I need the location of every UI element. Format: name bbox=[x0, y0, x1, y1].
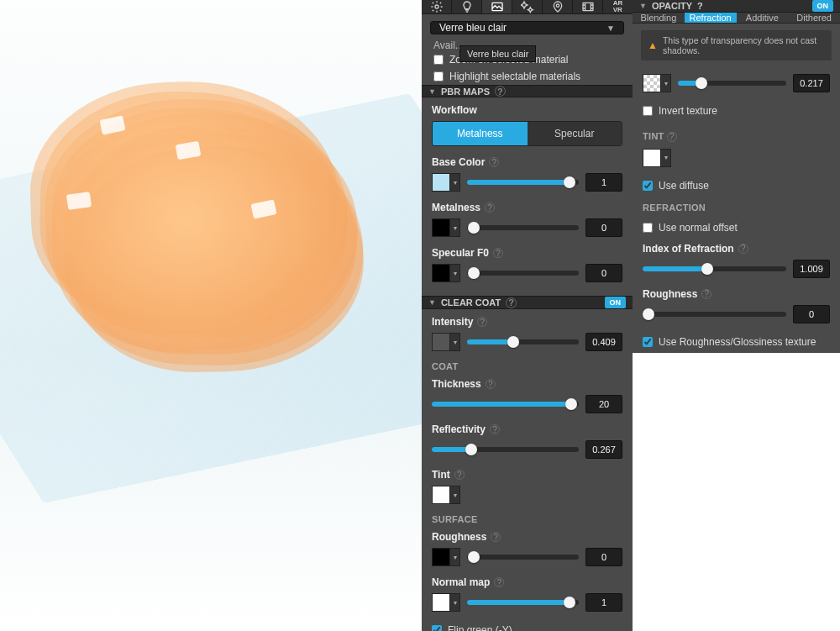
help-icon[interactable]: ? bbox=[477, 317, 487, 327]
help-icon[interactable]: ? bbox=[491, 532, 501, 542]
metalness-value[interactable]: 0 bbox=[585, 218, 622, 237]
help-icon[interactable]: ? bbox=[494, 577, 504, 587]
metalness-label: Metalness bbox=[432, 202, 480, 213]
normal-map-slider[interactable] bbox=[467, 600, 579, 605]
tab-materials-icon[interactable] bbox=[482, 0, 512, 13]
intensity-slider[interactable] bbox=[467, 339, 579, 344]
help-icon[interactable]: ? bbox=[697, 1, 703, 11]
workflow-metalness-button[interactable]: Metalness bbox=[433, 122, 528, 145]
ior-slider[interactable] bbox=[643, 266, 786, 271]
flip-green-checkbox[interactable]: Flip green (-Y) bbox=[432, 622, 622, 631]
shadow-warning: ▲ This type of transparency does not cas… bbox=[641, 30, 832, 60]
help-icon[interactable]: ? bbox=[490, 424, 500, 434]
base-color-slider[interactable] bbox=[467, 180, 579, 185]
reflectivity-slider[interactable] bbox=[432, 447, 579, 452]
tab-dithered[interactable]: Dithered bbox=[788, 13, 840, 23]
opacity-on-toggle[interactable]: ON bbox=[812, 0, 834, 12]
help-icon[interactable]: ? bbox=[493, 248, 503, 258]
thickness-slider[interactable] bbox=[432, 402, 579, 407]
clearcoat-roughness-swatch[interactable]: ▾ bbox=[432, 548, 460, 566]
metalness-swatch[interactable]: ▾ bbox=[432, 218, 460, 237]
opacity-value[interactable]: 0.217 bbox=[793, 74, 830, 92]
normal-map-value[interactable]: 1 bbox=[585, 593, 622, 612]
tab-general-icon[interactable] bbox=[422, 0, 452, 13]
opacity-roughness-label: Roughness bbox=[643, 288, 697, 300]
clearcoat-roughness-value[interactable]: 0 bbox=[585, 548, 622, 566]
normal-map-label: Normal map bbox=[432, 576, 490, 588]
specular-f0-slider[interactable] bbox=[467, 271, 579, 276]
use-roughness-texture-checkbox[interactable]: Use Roughness/Glossiness texture bbox=[643, 334, 830, 350]
clearcoat-roughness-slider[interactable] bbox=[467, 555, 579, 560]
opacity-roughness-value[interactable]: 0 bbox=[793, 305, 830, 323]
tab-lighting-icon[interactable] bbox=[452, 0, 482, 13]
clearcoat-tint-swatch[interactable]: ▾ bbox=[432, 486, 460, 504]
chevron-down-icon: ▼ bbox=[428, 87, 436, 96]
refraction-header: REFRACTION bbox=[643, 202, 830, 213]
thickness-label: Thickness bbox=[432, 378, 481, 390]
intensity-label: Intensity bbox=[432, 316, 473, 328]
svg-rect-3 bbox=[583, 3, 593, 10]
help-icon[interactable]: ? bbox=[738, 244, 748, 254]
help-icon[interactable]: ? bbox=[701, 289, 711, 299]
thickness-value[interactable]: 20 bbox=[585, 395, 622, 413]
help-icon[interactable]: ? bbox=[454, 470, 465, 480]
specular-f0-swatch[interactable]: ▾ bbox=[432, 264, 460, 282]
tab-arvr-icon[interactable]: ARVR bbox=[603, 0, 633, 13]
base-color-value[interactable]: 1 bbox=[585, 173, 622, 192]
workflow-specular-button[interactable]: Specular bbox=[528, 122, 622, 145]
highlight-selectable-checkbox[interactable]: Highlight selectable materials bbox=[422, 68, 633, 85]
opacity-slider[interactable] bbox=[678, 81, 786, 86]
section-clear-coat[interactable]: ▼ Clear Coat ? ON bbox=[422, 296, 633, 309]
chevron-down-icon: ▼ bbox=[428, 298, 436, 307]
clearcoat-on-toggle[interactable]: ON bbox=[605, 297, 627, 308]
intensity-swatch[interactable]: ▾ bbox=[432, 333, 460, 351]
opacity-tabs: Blending Refraction Additive Dithered bbox=[633, 13, 840, 24]
tint-header: TINT bbox=[643, 131, 664, 141]
specular-f0-value[interactable]: 0 bbox=[585, 264, 622, 282]
ior-label: Index of Refraction bbox=[643, 243, 734, 255]
clearcoat-roughness-label: Roughness bbox=[432, 531, 486, 543]
help-icon[interactable]: ? bbox=[506, 297, 517, 308]
opacity-roughness-slider[interactable] bbox=[643, 312, 786, 317]
ior-value[interactable]: 1.009 bbox=[793, 260, 830, 278]
warning-icon: ▲ bbox=[648, 39, 658, 51]
help-icon[interactable]: ? bbox=[485, 202, 495, 213]
help-icon[interactable]: ? bbox=[495, 86, 506, 97]
svg-point-2 bbox=[556, 4, 559, 7]
normal-map-swatch[interactable]: ▾ bbox=[432, 593, 460, 612]
tab-blending[interactable]: Blending bbox=[633, 13, 685, 23]
surface-header: SURFACE bbox=[432, 514, 622, 524]
tint-label: Tint bbox=[432, 469, 450, 481]
help-icon[interactable]: ? bbox=[489, 157, 499, 167]
coat-header: COAT bbox=[432, 361, 622, 371]
help-icon[interactable]: ? bbox=[486, 379, 496, 389]
help-icon[interactable]: ? bbox=[667, 132, 677, 142]
material-tooltip: Verre bleu clair bbox=[459, 45, 536, 62]
workflow-toggle: Metalness Specular bbox=[432, 121, 622, 146]
tab-refraction[interactable]: Refraction bbox=[685, 13, 737, 23]
use-diffuse-checkbox[interactable]: Use diffuse bbox=[643, 177, 830, 194]
section-pbr-maps[interactable]: ▼ PBR Maps ? bbox=[422, 85, 633, 97]
invert-texture-checkbox[interactable]: Invert texture bbox=[643, 103, 830, 119]
use-normal-offset-checkbox[interactable]: Use normal offset bbox=[643, 219, 830, 236]
tab-animation-icon[interactable] bbox=[573, 0, 603, 13]
viewport-3d[interactable] bbox=[0, 0, 422, 631]
intensity-value[interactable]: 0.409 bbox=[585, 333, 622, 351]
tab-annotations-icon[interactable] bbox=[543, 0, 573, 13]
opacity-tint-swatch[interactable]: ▾ bbox=[643, 149, 671, 167]
caret-down-icon: ▼ bbox=[606, 24, 615, 33]
metalness-slider[interactable] bbox=[467, 225, 579, 230]
svg-point-0 bbox=[435, 5, 438, 8]
model-preview bbox=[34, 84, 386, 386]
base-color-label: Base Color bbox=[432, 156, 485, 168]
tab-postprocess-icon[interactable] bbox=[512, 0, 543, 13]
specular-f0-label: Specular F0 bbox=[432, 247, 489, 259]
base-color-swatch[interactable]: ▾ bbox=[432, 173, 460, 192]
tab-additive[interactable]: Additive bbox=[737, 13, 789, 23]
opacity-texture-swatch[interactable]: ▾ bbox=[643, 74, 671, 92]
chevron-down-icon: ▼ bbox=[639, 2, 647, 10]
reflectivity-value[interactable]: 0.267 bbox=[585, 440, 622, 459]
section-opacity[interactable]: ▼ Opacity ? ON bbox=[633, 0, 840, 13]
toolbar-main: ARVR bbox=[422, 0, 633, 14]
material-select[interactable]: Verre bleu clair ▼ Verre bleu clair bbox=[430, 21, 624, 34]
